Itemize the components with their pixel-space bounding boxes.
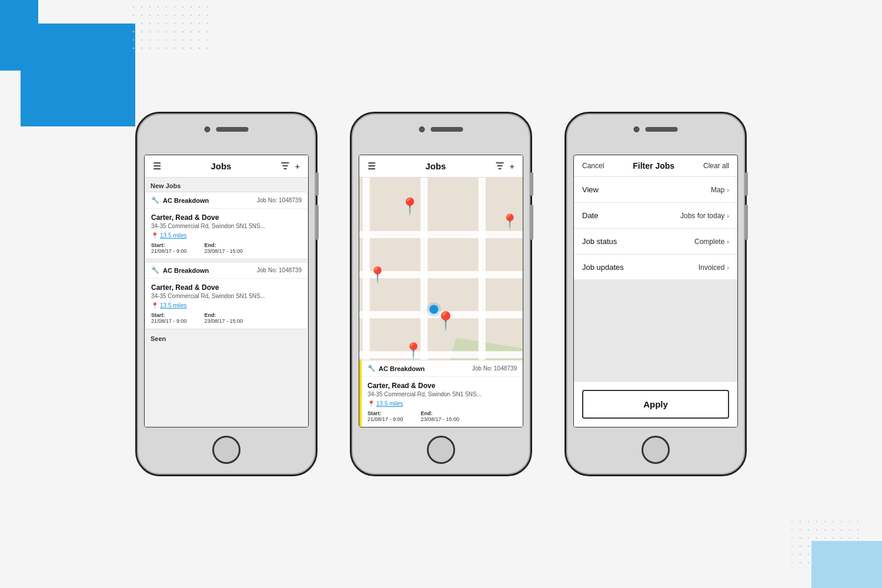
jobs-title-2: Jobs xyxy=(425,161,446,171)
map-end-label: End: xyxy=(421,410,460,416)
map-job-distance: 📍 13.5 miles xyxy=(368,400,517,407)
job-card-title-group-2: 🔧 AC Breakdown xyxy=(151,266,209,274)
job-card-header-1: 🔧 AC Breakdown Job No: 1048739 xyxy=(145,192,308,209)
apply-button[interactable]: Apply xyxy=(582,390,729,419)
job-company-1: Carter, Read & Dove xyxy=(151,213,302,222)
distance-link-1[interactable]: 13.5 miles xyxy=(160,232,187,239)
new-jobs-label: New Jobs xyxy=(145,178,308,192)
chevron-date: › xyxy=(727,212,729,219)
location-pin-2: 📍 xyxy=(151,302,158,309)
home-button-2[interactable] xyxy=(427,436,455,464)
location-pin-1: 📍 xyxy=(151,232,158,239)
side-btn-mid-1 xyxy=(316,205,319,240)
svg-text:📍: 📍 xyxy=(400,196,420,216)
job-distance-1: 📍 13.5 miles xyxy=(151,232,302,239)
svg-text:📍: 📍 xyxy=(404,342,423,360)
side-btn-mid-2 xyxy=(530,205,533,240)
app-header-2: ☰ Jobs + xyxy=(359,155,523,178)
svg-rect-2 xyxy=(359,231,523,238)
speaker-2 xyxy=(431,127,463,132)
job-number-2: Job No: 1048739 xyxy=(257,267,302,273)
map-card-header: 🔧 AC Breakdown Job No: 1048739 xyxy=(362,360,523,377)
filter-spacer xyxy=(574,279,737,382)
speaker-3 xyxy=(646,127,678,132)
camera-3 xyxy=(634,126,640,132)
camera-2 xyxy=(419,126,425,132)
filter-icon-2[interactable] xyxy=(496,162,504,171)
map-card-title-group: 🔧 AC Breakdown xyxy=(368,365,425,372)
svg-text:📍: 📍 xyxy=(501,213,519,230)
map-card-overlay[interactable]: 🔧 AC Breakdown Job No: 1048739 Carter, R… xyxy=(359,360,523,427)
job-number-1: Job No: 1048739 xyxy=(257,197,302,203)
job-times-1: Start: 21/08/17 - 9:00 End: 23/08/17 - 1… xyxy=(151,242,302,254)
start-group-2: Start: 21/08/17 - 9:00 xyxy=(151,312,187,324)
chevron-status: › xyxy=(727,238,729,245)
hamburger-icon-1[interactable]: ☰ xyxy=(153,162,161,171)
wrench-icon-2: 🔧 xyxy=(151,266,159,274)
filter-value-view: Map › xyxy=(711,186,729,194)
filter-updates-value-text: Invoiced xyxy=(699,263,725,272)
map-job-title: AC Breakdown xyxy=(379,365,425,372)
home-button-3[interactable] xyxy=(642,436,670,464)
phone-3: Cancel Filter Jobs Clear all View Map › … xyxy=(564,112,747,476)
job-card-2[interactable]: 🔧 AC Breakdown Job No: 1048739 Carter, R… xyxy=(145,262,308,329)
screen-3: Cancel Filter Jobs Clear all View Map › … xyxy=(573,155,738,427)
chevron-view: › xyxy=(727,186,729,193)
side-btn-top-2 xyxy=(530,172,533,196)
home-button-1[interactable] xyxy=(212,436,240,464)
phone-top-2 xyxy=(419,126,463,132)
start-value-1: 21/08/17 - 9:00 xyxy=(151,248,187,254)
end-group-1: End: 23/08/17 - 15:00 xyxy=(205,242,243,254)
cancel-button[interactable]: Cancel xyxy=(582,162,604,170)
filter-header: Cancel Filter Jobs Clear all xyxy=(574,155,737,177)
add-icon-2[interactable]: + xyxy=(510,162,514,171)
clear-all-button[interactable]: Clear all xyxy=(703,162,729,170)
seen-label: Seen xyxy=(145,332,308,346)
svg-text:📍: 📍 xyxy=(368,266,387,284)
job-card-title-group-1: 🔧 AC Breakdown xyxy=(151,196,209,204)
hamburger-icon-2[interactable]: ☰ xyxy=(368,162,376,171)
bg-blue-rect-br xyxy=(811,541,882,588)
job-card-header-2: 🔧 AC Breakdown Job No: 1048739 xyxy=(145,262,308,279)
filter-status-value-text: Complete xyxy=(694,238,724,246)
app-header-1: ☰ Jobs + xyxy=(145,155,308,178)
map-end-group: End: 23/08/17 - 15:00 xyxy=(421,410,460,422)
map-container: 📍 📍 📍 📍 📍 🔧 AC Breakdown xyxy=(359,178,523,427)
end-value-2: 23/08/17 - 15:00 xyxy=(205,318,243,324)
end-label-2: End: xyxy=(205,312,243,318)
speaker-1 xyxy=(216,127,249,132)
add-icon-1[interactable]: + xyxy=(295,162,300,171)
job-title-2: AC Breakdown xyxy=(163,267,209,274)
chevron-updates: › xyxy=(727,264,729,271)
filter-label-view: View xyxy=(582,185,599,194)
job-distance-2: 📍 13.5 miles xyxy=(151,302,302,309)
phone-1: ☰ Jobs + New Jobs xyxy=(135,112,318,476)
distance-link-2[interactable]: 13.5 miles xyxy=(160,302,187,309)
side-btn-mid-3 xyxy=(745,205,748,240)
filter-row-date[interactable]: Date Jobs for today › xyxy=(574,203,737,229)
job-times-2: Start: 21/08/17 - 9:00 End: 23/08/17 - 1… xyxy=(151,312,302,324)
end-value-1: 23/08/17 - 15:00 xyxy=(205,248,243,254)
filter-jobs-title: Filter Jobs xyxy=(633,161,674,171)
filter-apply-area: Apply xyxy=(574,381,737,427)
end-group-2: End: 23/08/17 - 15:00 xyxy=(205,312,243,324)
filter-row-view[interactable]: View Map › xyxy=(574,177,737,203)
phones-container: ☰ Jobs + New Jobs xyxy=(135,112,747,476)
filter-icon-1[interactable] xyxy=(281,162,289,171)
side-btn-top-3 xyxy=(745,172,748,196)
wrench-icon-1: 🔧 xyxy=(151,196,159,204)
filter-value-status: Complete › xyxy=(694,238,729,246)
filter-row-status[interactable]: Job status Complete › xyxy=(574,229,737,255)
screen-1: ☰ Jobs + New Jobs xyxy=(144,155,309,427)
job-card-1[interactable]: 🔧 AC Breakdown Job No: 1048739 Carter, R… xyxy=(145,192,308,259)
phone-top-3 xyxy=(634,126,678,132)
filter-label-status: Job status xyxy=(582,237,617,246)
job-address-2: 34-35 Commercial Rd, Swindon SN1 5NS... xyxy=(151,293,302,299)
filter-list: View Map › Date Jobs for today › Job sta… xyxy=(574,177,737,279)
header-icons-1: + xyxy=(281,162,300,171)
start-group-1: Start: 21/08/17 - 9:00 xyxy=(151,242,187,254)
map-start-value: 21/08/17 - 9:00 xyxy=(368,416,403,422)
map-distance-link[interactable]: 13.5 miles xyxy=(376,400,403,407)
camera-1 xyxy=(205,126,211,132)
filter-row-updates[interactable]: Job updates Invoiced › xyxy=(574,255,737,279)
